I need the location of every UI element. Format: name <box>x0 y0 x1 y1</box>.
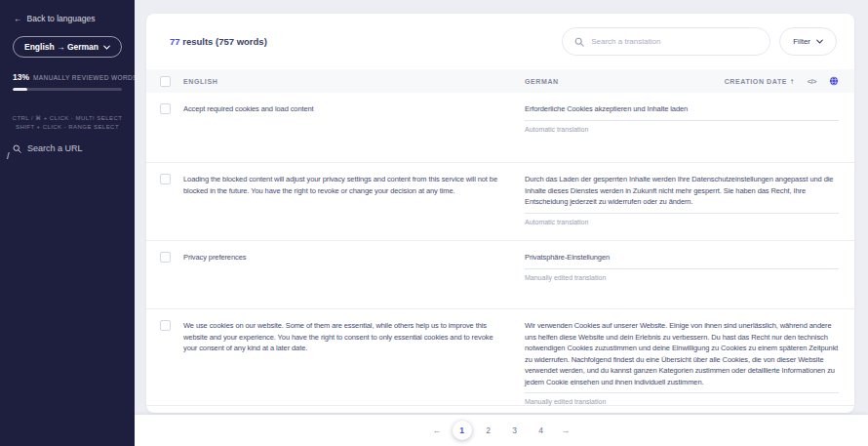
url-search <box>13 143 122 153</box>
toolbar-actions: Filter <box>562 27 837 56</box>
row-checkbox[interactable] <box>160 320 171 331</box>
filter-button[interactable]: Filter <box>779 27 837 56</box>
row-checkbox[interactable] <box>160 174 171 184</box>
german-translation-field[interactable]: Privatsphäre-Einstellungen <box>525 252 839 269</box>
search-icon <box>574 37 584 47</box>
german-translation-text[interactable]: Durch das Laden der gesperrten Inhalte w… <box>525 174 839 214</box>
reviewed-words-summary: 13% MANUALLY REVIEWED WORDS <box>13 72 122 91</box>
selection-hints: CTRL / ⌘ + CLICK - MULTI SELECT SHIFT + … <box>0 114 135 132</box>
url-search-input[interactable] <box>27 143 125 153</box>
german-translation-field[interactable]: Wir verwenden Cookies auf unserer Websit… <box>525 320 839 393</box>
results-summary: 77 results (757 words) <box>170 36 267 47</box>
results-label: results (757 words) <box>180 36 267 47</box>
back-arrow-icon: ← <box>14 14 22 23</box>
translation-search-input[interactable] <box>591 37 758 46</box>
translation-status: Automatic translation <box>525 219 839 225</box>
language-pair-label: English → German <box>24 42 99 52</box>
page-button-1[interactable]: 1 <box>453 421 472 440</box>
table-row: Accept required cookies and load content… <box>146 93 854 163</box>
english-source-text: Privacy preferences <box>183 252 501 264</box>
german-translation-text[interactable]: Erforderliche Cookies akzeptieren und In… <box>525 103 839 121</box>
translation-rows: Accept required cookies and load content… <box>146 93 854 413</box>
translation-status: Manually edited translation <box>525 398 839 405</box>
row-checkbox[interactable] <box>160 103 171 114</box>
sort-ascending-icon: ↑ <box>790 77 795 86</box>
german-translation-text[interactable]: Privatsphäre-Einstellungen <box>525 252 839 269</box>
reviewed-progress-bar <box>13 88 122 91</box>
row-checkbox[interactable] <box>160 252 171 263</box>
reviewed-percent: 13% <box>13 72 29 82</box>
page-button-3[interactable]: 3 <box>505 421 525 440</box>
table-header-actions: CREATION DATE ↑ </> <box>725 76 839 86</box>
main-content: 77 results (757 words) Filter <box>135 0 868 446</box>
back-to-languages-link[interactable]: ← Back to languages <box>0 0 135 23</box>
english-source-text: We use cookies on our website. Some of t… <box>183 320 501 354</box>
code-view-toggle[interactable]: </> <box>808 77 816 86</box>
reviewed-progress-fill <box>13 88 27 91</box>
german-translation-text[interactable]: Wir verwenden Cookies auf unserer Websit… <box>525 320 839 393</box>
translation-search <box>562 27 770 56</box>
german-translation-field[interactable]: Erforderliche Cookies akzeptieren und In… <box>525 103 839 121</box>
table-header: ENGLISH GERMAN CREATION DATE ↑ </> <box>146 69 854 93</box>
translations-card: 77 results (757 words) Filter <box>146 14 854 413</box>
slash-shortcut-hint: / <box>7 151 10 161</box>
multi-select-hint: CTRL / ⌘ + CLICK - MULTI SELECT <box>0 114 135 123</box>
translation-status: Manually edited translation <box>525 274 839 281</box>
select-all-checkbox[interactable] <box>160 76 171 87</box>
results-toolbar: 77 results (757 words) Filter <box>146 14 854 69</box>
english-source-text: Accept required cookies and load content <box>183 103 501 115</box>
next-page-button[interactable]: → <box>558 426 574 435</box>
sidebar: ← Back to languages English → German 13%… <box>0 0 135 446</box>
column-header-creation-date: CREATION DATE <box>725 78 787 85</box>
translation-status: Automatic translation <box>525 126 839 133</box>
search-icon <box>13 144 21 153</box>
filter-label: Filter <box>793 37 810 46</box>
table-row: Privacy preferences Privatsphäre-Einstel… <box>146 241 854 309</box>
column-header-german: GERMAN <box>525 78 559 85</box>
pagination-footer: ← 1 2 3 4 → <box>135 415 868 446</box>
chevron-down-icon <box>816 39 823 44</box>
results-count: 77 <box>170 36 180 47</box>
range-select-hint: SHIFT + CLICK - RANGE SELECT <box>0 123 135 132</box>
page-button-2[interactable]: 2 <box>479 421 498 440</box>
pagination: ← 1 2 3 4 → <box>429 421 574 440</box>
globe-icon <box>829 76 839 86</box>
chevron-down-icon <box>103 45 110 50</box>
reviewed-label: MANUALLY REVIEWED WORDS <box>33 74 138 81</box>
column-header-english: ENGLISH <box>183 78 525 85</box>
creation-date-sort-button[interactable]: CREATION DATE ↑ <box>725 77 795 86</box>
previous-page-button[interactable]: ← <box>429 426 446 435</box>
german-translation-field[interactable]: Durch das Laden der gesperrten Inhalte w… <box>525 174 839 214</box>
table-row: Loading the blocked content will adjust … <box>146 163 854 241</box>
table-row: We use cookies on our website. Some of t… <box>146 309 854 406</box>
page-button-4[interactable]: 4 <box>532 421 551 440</box>
english-source-text: Loading the blocked content will adjust … <box>183 174 501 196</box>
language-pair-button[interactable]: English → German <box>13 36 122 58</box>
translation-view-toggle[interactable] <box>829 76 839 86</box>
back-to-languages-label: Back to languages <box>27 14 96 23</box>
